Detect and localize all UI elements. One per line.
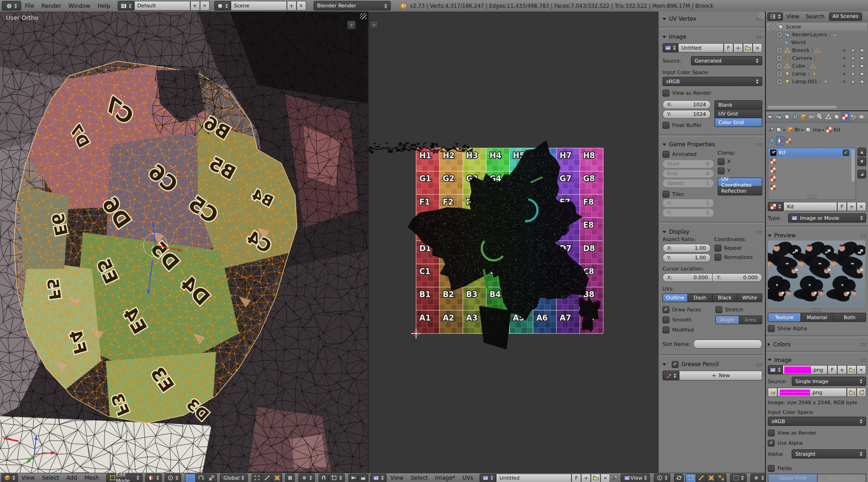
image-panel-header2[interactable]: Image xyxy=(768,356,866,364)
preview-both-button[interactable]: Both xyxy=(834,313,866,322)
view-as-render-checkbox[interactable] xyxy=(662,90,669,97)
properties-tab-scene[interactable] xyxy=(783,112,791,121)
area-resize-corner[interactable] xyxy=(360,13,366,19)
vp-menu-view[interactable]: View xyxy=(18,475,38,481)
stretch-angle[interactable]: Angle xyxy=(715,316,739,324)
new-image-button[interactable]: + xyxy=(581,474,591,482)
slot-specials-button[interactable]: ◢ xyxy=(857,170,866,178)
uv-vertex-panel-header[interactable]: UV Vertex xyxy=(662,14,762,23)
path-pack-button[interactable] xyxy=(768,388,777,397)
texture-fake-user[interactable]: F xyxy=(837,202,847,211)
texture-context-other[interactable] xyxy=(784,136,793,145)
uv-sync-select-toggle[interactable] xyxy=(674,474,684,482)
outliner-item-label[interactable]: RenderLayers xyxy=(792,32,827,38)
uv-vertex-select-mode[interactable] xyxy=(685,474,696,482)
visibility-eye-icon[interactable] xyxy=(839,71,849,77)
texture-name-field[interactable]: Kd xyxy=(783,202,837,211)
texture-slot[interactable] xyxy=(768,174,856,183)
outliner-editor-type-button[interactable] xyxy=(767,12,783,21)
vp-menu-select[interactable]: Select xyxy=(38,475,63,481)
outliner-item-label[interactable]: Lamp.001 xyxy=(792,79,817,85)
mode-select[interactable]: Edit Mode xyxy=(106,474,143,482)
prop-image-unlink[interactable]: ✕ xyxy=(857,365,866,374)
uv-style-white[interactable]: White xyxy=(737,293,762,302)
uv-edge-select-mode[interactable] xyxy=(696,474,706,482)
breadcrumb-texture-label[interactable]: Kd xyxy=(834,127,840,133)
uv-image-editor[interactable]: + xyxy=(369,11,658,473)
collapse-region-button[interactable]: + xyxy=(347,21,356,29)
prop-image-open[interactable] xyxy=(847,365,857,374)
uv-pivot-select[interactable] xyxy=(654,474,670,482)
render-opengl-button[interactable] xyxy=(348,474,358,482)
properties-tab-render-layers[interactable] xyxy=(775,112,783,121)
properties-tab-world[interactable] xyxy=(791,112,799,121)
texture-slot[interactable] xyxy=(768,166,856,174)
close-scene-button[interactable]: ✕ xyxy=(297,1,306,11)
scene-icon-button[interactable] xyxy=(214,1,231,11)
tiles-x-field[interactable]: X:1 xyxy=(662,199,714,207)
texture-new-button[interactable]: + xyxy=(847,202,857,211)
breadcrumb-scene-icon[interactable] xyxy=(776,126,782,133)
image-path-field[interactable]: .png xyxy=(777,388,847,397)
texture-slot-active[interactable]: Kd ✓ xyxy=(768,148,856,157)
display-channels-select[interactable]: View xyxy=(621,474,650,482)
manipulator-rotate-toggle[interactable] xyxy=(196,474,206,482)
outliner-item-label[interactable]: Cube xyxy=(792,63,805,69)
add-scene-button[interactable]: + xyxy=(287,1,297,11)
properties-tab-object[interactable] xyxy=(799,112,808,121)
clamp-y-checkbox[interactable] xyxy=(718,167,725,174)
properties-tab-particles[interactable] xyxy=(849,112,857,121)
outliner-h-scrollbar[interactable] xyxy=(768,106,837,109)
unlink-image-button[interactable]: ✕ xyxy=(600,474,610,482)
vertex-select-mode[interactable] xyxy=(251,474,262,482)
prop-source-select[interactable]: Single Image xyxy=(792,377,866,386)
smooth-checkbox[interactable] xyxy=(662,316,669,323)
outliner-item-broock[interactable]: +Broock| xyxy=(767,46,867,54)
menu-render[interactable]: Render xyxy=(38,3,65,9)
texture-context-material[interactable] xyxy=(776,136,784,145)
animated-checkbox[interactable] xyxy=(662,151,669,158)
renderability-camera-icon[interactable] xyxy=(858,71,867,77)
uv-style-black[interactable]: Black xyxy=(713,293,737,302)
outliner-item-lamp[interactable]: +Lamp| xyxy=(767,70,867,78)
generated-type-uvgrid[interactable]: UV Grid xyxy=(714,109,763,118)
breadcrumb-texture-icon[interactable] xyxy=(826,126,832,133)
breadcrumb-object-label[interactable]: Br xyxy=(795,127,800,133)
uv-editor-type-button[interactable] xyxy=(370,474,387,482)
texture-slot[interactable] xyxy=(768,183,856,192)
visibility-eye-icon[interactable] xyxy=(839,79,849,85)
outliner-item-label[interactable]: Scene xyxy=(786,24,801,30)
outliner-item-label[interactable]: Lamp xyxy=(792,71,806,77)
pin-toggle[interactable] xyxy=(610,474,619,482)
repeat-checkbox[interactable] xyxy=(714,245,721,252)
manipulator-scale-toggle[interactable] xyxy=(206,474,217,482)
viewport-3d-canvas[interactable] xyxy=(0,11,368,473)
draw-faces-checkbox[interactable]: ✓ xyxy=(662,306,669,313)
renderability-camera-icon[interactable] xyxy=(858,63,867,69)
expand-region-button[interactable]: + xyxy=(370,21,378,29)
selectability-cursor-icon[interactable] xyxy=(849,71,858,77)
expand-toggle-icon[interactable]: + xyxy=(776,63,783,69)
selectability-cursor-icon[interactable] xyxy=(849,48,858,53)
alpha-mode-select[interactable]: Straight xyxy=(792,449,866,459)
expand-toggle-icon[interactable]: + xyxy=(776,31,783,38)
mapping-uv-coordinates[interactable]: UV Coordinates xyxy=(718,178,762,187)
float-buffer-checkbox[interactable] xyxy=(662,122,669,129)
selectability-cursor-icon[interactable] xyxy=(849,63,858,69)
path-open-button[interactable] xyxy=(847,388,857,397)
stretch-area[interactable]: Area xyxy=(739,316,762,324)
modified-checkbox[interactable] xyxy=(662,327,669,333)
prop-image-icon-button[interactable] xyxy=(768,365,782,374)
menu-window[interactable]: Window xyxy=(65,3,94,9)
occlude-toggle[interactable] xyxy=(285,474,295,482)
slot-enabled-checkbox[interactable]: ✓ xyxy=(843,149,849,156)
np-image-name[interactable]: Untitled xyxy=(678,43,724,52)
show-alpha-checkbox[interactable] xyxy=(768,325,775,332)
menu-file[interactable]: File xyxy=(21,3,38,9)
visibility-eye-icon[interactable] xyxy=(839,55,849,61)
texture-context-world[interactable] xyxy=(768,136,776,145)
colorspace-select[interactable]: sRGB xyxy=(662,77,762,86)
snap-toggle[interactable] xyxy=(319,474,328,482)
renderability-camera-icon[interactable] xyxy=(858,79,867,85)
preview-panel-header[interactable]: Preview xyxy=(768,231,866,240)
